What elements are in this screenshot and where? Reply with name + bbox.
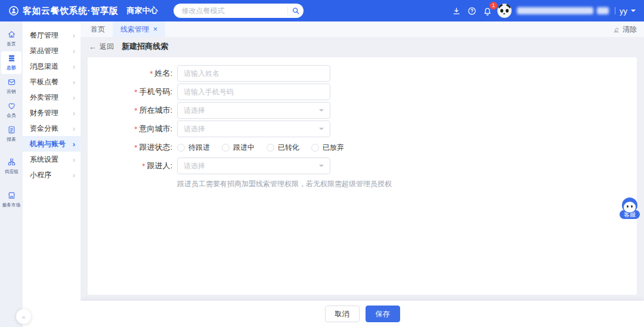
marketing-icon	[7, 78, 16, 87]
field-label-follow-status: *跟进状态:	[110, 139, 172, 156]
chevron-right-icon: ›	[73, 32, 75, 39]
username[interactable]: yy	[620, 7, 627, 16]
save-button[interactable]: 保存	[366, 306, 400, 322]
back-label: 返回	[100, 42, 114, 52]
radio-label: 待跟进	[188, 143, 210, 153]
clear-tabs-label: 清除	[623, 24, 637, 35]
radio-label: 已转化	[278, 143, 299, 153]
phone-input[interactable]	[177, 84, 330, 100]
dropdown-caret-icon	[319, 165, 324, 169]
radio-label: 跟进中	[233, 143, 255, 153]
sidebar-item-label: 财务管理	[30, 108, 58, 118]
required-asterisk: *	[150, 69, 153, 78]
field-control-follow-status: 待跟进跟进中已转化已放弃	[177, 139, 330, 156]
radio-option-1[interactable]: 待跟进	[177, 143, 210, 153]
footer-bar: 取消 保存	[80, 301, 644, 327]
tab-label: 线索管理	[120, 24, 149, 35]
rail-item-marketing[interactable]: 营销	[1, 75, 21, 98]
rail-item-home[interactable]: 首页	[1, 27, 21, 50]
tab-leads[interactable]: 线索管理×	[113, 21, 165, 37]
follower-select[interactable]: 请选择	[177, 158, 330, 174]
name-input[interactable]	[177, 65, 330, 82]
chevron-down-icon[interactable]	[631, 10, 636, 14]
required-asterisk: *	[134, 143, 137, 152]
sidebar-item-finance[interactable]: 财务管理›	[23, 105, 80, 121]
supply-icon	[7, 158, 16, 166]
chevron-right-icon: ›	[73, 109, 75, 117]
app-logo: 客如云餐饮系统·智享版	[8, 5, 119, 17]
sidebar-item-restaurant[interactable]: 餐厅管理›	[23, 27, 80, 43]
search-box[interactable]	[174, 4, 304, 18]
dropdown-caret-icon	[319, 128, 324, 132]
sidebar-item-funds[interactable]: 资金分账›	[23, 121, 80, 136]
main-area: 首页线索管理× 清除 ← 返回 新建招商线索 *姓名:*手机号码:*所在城市:请…	[80, 21, 644, 327]
sidebar-item-label: 资金分账	[30, 124, 58, 134]
radio-circle-icon	[222, 144, 230, 152]
field-label-text: 跟进人:	[147, 161, 172, 171]
rail-item-hq[interactable]: 总部	[1, 51, 21, 74]
sidebar-item-label: 小程序	[30, 170, 51, 180]
field-help-text: 跟进员工需要有招商加盟线索管理权限，若无权限需超级管理员授权	[177, 179, 330, 189]
radio-option-4[interactable]: 已放弃	[311, 143, 344, 153]
rail-item-member[interactable]: 会员	[1, 99, 21, 122]
rail-item-report[interactable]: 报表	[1, 123, 21, 146]
field-control-name	[177, 65, 330, 82]
search-icon[interactable]	[292, 7, 300, 15]
field-label-city: *所在城市:	[110, 102, 172, 119]
form-row-intended-city: *意向城市:请选择	[88, 121, 637, 137]
intended-city-select[interactable]: 请选择	[177, 121, 330, 137]
select-placeholder: 请选择	[184, 106, 205, 116]
download-icon[interactable]	[448, 3, 464, 18]
customer-service-widget[interactable]: 客服	[620, 198, 640, 219]
tab-home[interactable]: 首页	[83, 21, 113, 37]
field-label-text: 所在城市:	[139, 105, 172, 116]
radio-circle-icon	[311, 144, 319, 152]
back-button[interactable]: ← 返回	[89, 42, 114, 52]
collapse-sidebar-button[interactable]: «	[16, 309, 31, 324]
sidebar-item-settings[interactable]: 系统设置›	[23, 152, 80, 167]
follow-status-radio-group: 待跟进跟进中已转化已放弃	[177, 139, 330, 156]
field-control-follower: 请选择跟进员工需要有招商加盟线索管理权限，若无权限需超级管理员授权	[177, 158, 330, 189]
field-label-text: 意向城市:	[139, 124, 172, 134]
avatar[interactable]	[497, 4, 512, 18]
sidebar-item-message[interactable]: 消息渠道›	[23, 58, 80, 74]
open-tabs: 首页线索管理×	[83, 21, 165, 37]
close-icon[interactable]: ×	[153, 26, 157, 33]
sidebar-item-takeout[interactable]: 外卖管理›	[23, 90, 80, 105]
radio-option-3[interactable]: 已转化	[267, 143, 299, 153]
sidebar-item-org[interactable]: 机构与账号›	[23, 136, 80, 152]
merchant-center-link[interactable]: 商家中心	[127, 5, 158, 16]
cancel-button[interactable]: 取消	[325, 306, 360, 322]
chevron-right-icon: ›	[73, 156, 75, 164]
form-row-follower: *跟进人:请选择跟进员工需要有招商加盟线索管理权限，若无权限需超级管理员授权	[88, 158, 637, 189]
sidebar-item-label: 机构与账号	[30, 139, 66, 149]
city-select[interactable]: 请选择	[177, 102, 330, 119]
home-icon	[7, 30, 16, 39]
back-arrow-icon: ←	[89, 43, 97, 51]
member-icon	[7, 101, 16, 110]
rail-item-supply[interactable]: 供应链	[1, 155, 21, 178]
chevron-right-icon: ›	[73, 125, 75, 132]
chevron-right-icon: ›	[73, 47, 75, 55]
search-input[interactable]	[181, 6, 285, 16]
chevron-right-icon: ›	[73, 140, 75, 148]
form-row-follow-status: *跟进状态:待跟进跟进中已转化已放弃	[88, 139, 637, 156]
sidebar-item-tablet[interactable]: 平板点餐›	[23, 74, 80, 90]
radio-circle-icon	[177, 144, 185, 152]
clear-tabs-button[interactable]: 清除	[612, 24, 637, 35]
rail-item-label: 会员	[7, 112, 16, 119]
form-row-city: *所在城市:请选择	[88, 102, 637, 119]
market-icon	[7, 191, 16, 200]
form-row-phone: *手机号码:	[88, 84, 637, 100]
sidebar-item-dishes[interactable]: 菜品管理›	[23, 43, 80, 58]
rail-item-market[interactable]: 服务市场	[1, 189, 21, 211]
field-control-intended-city: 请选择	[177, 121, 330, 137]
radio-label: 已放弃	[323, 143, 344, 153]
form-row-name: *姓名:	[88, 65, 637, 82]
bell-icon[interactable]: 1	[479, 3, 495, 18]
rail-item-label: 报表	[7, 136, 16, 143]
radio-option-2[interactable]: 跟进中	[222, 143, 255, 153]
radio-circle-icon	[267, 144, 274, 152]
sidebar-item-miniapp[interactable]: 小程序›	[23, 167, 80, 183]
help-icon[interactable]	[464, 3, 479, 18]
